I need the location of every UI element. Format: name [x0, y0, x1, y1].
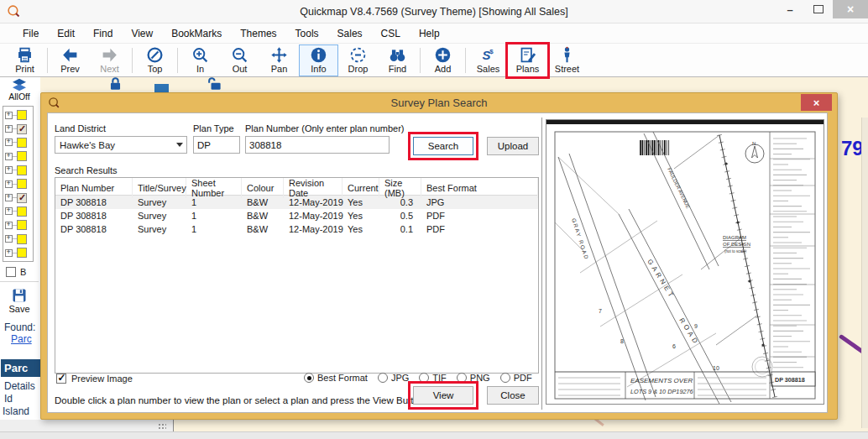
column-header-plan-number[interactable]: Plan Number [55, 178, 133, 198]
find-button[interactable]: Find [378, 44, 417, 76]
cell-title-survey: Survey [133, 224, 186, 234]
expand-icon[interactable] [5, 207, 13, 215]
expand-icon[interactable] [5, 153, 13, 160]
out-button[interactable]: Out [220, 44, 259, 76]
format-option-best-format[interactable]: Best Format [304, 373, 368, 383]
menu-edit[interactable]: Edit [48, 25, 84, 42]
expand-icon[interactable] [5, 235, 13, 243]
column-header-title-survey[interactable]: Title/Survey [133, 178, 186, 198]
print-button[interactable]: Print [5, 44, 44, 76]
lock-open-icon[interactable] [207, 76, 222, 91]
radio-icon[interactable] [500, 373, 510, 383]
expand-icon[interactable] [5, 180, 13, 188]
layer-swatch[interactable] [17, 248, 27, 258]
dialog-close-button[interactable]: × [801, 94, 832, 111]
cell-colour: B&W [242, 211, 284, 221]
maximize-button[interactable] [804, 0, 833, 18]
lock-closed-icon[interactable] [107, 76, 123, 91]
expand-icon[interactable] [5, 222, 13, 229]
menu-themes[interactable]: Themes [231, 25, 285, 42]
upload-button[interactable]: Upload [487, 137, 539, 155]
next-button[interactable]: Next [90, 44, 129, 76]
land-district-select[interactable]: Hawke's Bay [55, 136, 187, 154]
expand-icon[interactable] [5, 249, 13, 257]
street-button[interactable]: Street [547, 44, 587, 76]
in-button[interactable]: In [180, 44, 220, 76]
preview-image-option[interactable]: Preview Image [56, 374, 133, 384]
plan-type-input[interactable] [193, 136, 240, 154]
menu-find[interactable]: Find [84, 25, 122, 42]
expand-icon[interactable] [5, 166, 13, 174]
layer-swatch[interactable] [17, 138, 27, 148]
zoom-out-icon [231, 46, 248, 64]
menu-bookmarks[interactable]: BookMarks [162, 25, 231, 42]
expand-icon[interactable] [5, 194, 13, 201]
cell-size-mb: 0.5 [379, 211, 421, 221]
menu-help[interactable]: Help [410, 25, 449, 42]
layer-swatch[interactable] [17, 151, 27, 161]
layer-swatch[interactable] [17, 206, 27, 217]
menu-file[interactable]: File [13, 25, 48, 42]
cell-sheet-number: 1 [186, 197, 242, 207]
column-header-current[interactable]: Current [342, 178, 379, 198]
column-header-sheet-number[interactable]: Sheet Number [186, 178, 242, 198]
layer-swatch[interactable] [17, 234, 27, 244]
map-scrollbar[interactable] [861, 118, 868, 428]
in-label: In [196, 65, 204, 74]
layer-swatch[interactable] [17, 179, 27, 189]
plan-number-input[interactable] [245, 136, 390, 154]
format-option-jpg[interactable]: JPG [378, 373, 409, 383]
prev-button[interactable]: Prev [50, 44, 90, 76]
result-row-2[interactable]: DP 308818Survey1B&W12-May-2019Yes0.5PDF [55, 209, 538, 222]
minimize-button[interactable]: – [776, 0, 804, 18]
toolbar-separator [420, 48, 421, 73]
close-dialog-button[interactable]: Close [487, 386, 539, 405]
save-button[interactable]: Save [5, 287, 34, 314]
expand-icon[interactable] [5, 112, 13, 119]
svg-text:N: N [752, 141, 756, 146]
radio-icon[interactable] [304, 373, 314, 383]
sidebar-checkbox[interactable] [6, 267, 16, 277]
column-header-size-mb[interactable]: Size (MB) [379, 178, 421, 198]
layer-swatch[interactable] [17, 165, 27, 175]
menu-view[interactable]: View [122, 25, 162, 42]
save-icon [11, 287, 28, 304]
column-header-revision-date[interactable]: Revision Date [284, 178, 342, 198]
radio-icon[interactable] [378, 373, 388, 383]
plan-type-label: Plan Type [193, 123, 234, 133]
menu-csl[interactable]: CSL [372, 25, 410, 42]
result-row-3[interactable]: DP 308818Survey1B&W12-May-2019Yes0.1PDF [55, 222, 538, 236]
result-row-1[interactable]: DP 308818Survey1B&W12-May-2019Yes0.3JPG [55, 196, 538, 209]
resize-grip[interactable] [158, 423, 166, 429]
layer-swatch-checked[interactable] [17, 193, 27, 203]
expand-icon[interactable] [5, 125, 13, 133]
prev-label: Prev [60, 65, 80, 74]
drop-button[interactable]: Drop [338, 44, 378, 76]
add-button[interactable]: Add [423, 44, 463, 76]
format-option-label: JPG [391, 373, 409, 383]
preview-image-checkbox[interactable] [56, 374, 66, 384]
street-icon [558, 46, 576, 64]
all-off-button[interactable]: AllOff [1, 78, 38, 102]
pan-button[interactable]: Pan [259, 44, 299, 76]
layer-swatch[interactable] [17, 220, 27, 230]
format-option-pdf[interactable]: PDF [500, 373, 532, 383]
column-header-colour[interactable]: Colour [242, 178, 284, 198]
layer-swatch-checked[interactable] [17, 124, 27, 134]
sidebar-status-strip [0, 420, 174, 431]
layer-swatch[interactable] [17, 110, 27, 120]
layer-tree-item-4 [3, 149, 33, 163]
cell-current: Yes [342, 197, 379, 207]
plans-button[interactable]: Plans [508, 44, 547, 76]
sales-button[interactable]: S$Sales [468, 44, 508, 76]
cell-title-survey: Survey [133, 197, 186, 207]
expand-icon[interactable] [5, 138, 13, 146]
close-button[interactable]: × [833, 0, 868, 18]
info-button[interactable]: Info [299, 44, 338, 76]
menu-sales[interactable]: Sales [328, 25, 372, 42]
layer-tree-item-9 [3, 218, 33, 232]
column-header-best-format[interactable]: Best Format [421, 178, 538, 198]
parcel-link[interactable]: Parc [11, 333, 32, 345]
menu-tools[interactable]: Tools [286, 25, 328, 42]
top-button[interactable]: Top [135, 44, 175, 76]
